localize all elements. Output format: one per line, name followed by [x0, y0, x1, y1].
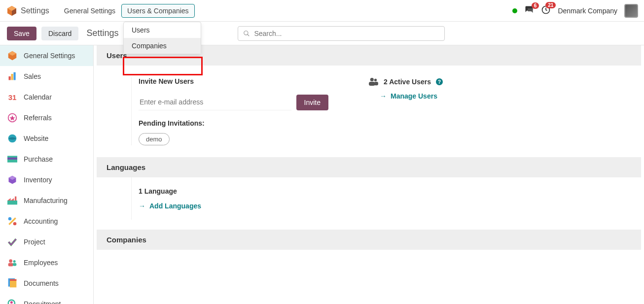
- search-icon: [243, 30, 250, 37]
- svg-rect-18: [7, 201, 17, 204]
- dropdown-item-users[interactable]: Users: [124, 22, 201, 38]
- sidebar-item-manufacturing[interactable]: Manufacturing: [0, 190, 93, 211]
- sidebar-item-documents[interactable]: Documents: [0, 273, 93, 294]
- active-users-count: 2 Active Users: [384, 78, 431, 86]
- sidebar-item-accounting[interactable]: Accounting: [0, 211, 93, 232]
- add-languages-label: Add Languages: [149, 202, 201, 210]
- svg-rect-37: [369, 82, 375, 86]
- status-dot-icon[interactable]: [512, 8, 517, 13]
- discard-button[interactable]: Discard: [41, 27, 78, 40]
- invite-users-title: Invite New Users: [139, 77, 328, 85]
- app-logo-icon[interactable]: [6, 5, 18, 17]
- arrow-right-icon: →: [139, 202, 145, 210]
- svg-point-25: [9, 259, 12, 263]
- sidebar-item-project[interactable]: Project: [0, 232, 93, 252]
- manage-users-link[interactable]: → Manage Users: [380, 92, 565, 100]
- card-icon: [7, 154, 18, 165]
- section-header-companies: Companies: [97, 230, 641, 250]
- box-icon: [7, 174, 18, 185]
- sidebar-item-website[interactable]: Website: [0, 128, 93, 149]
- bar-chart-icon: [7, 71, 18, 82]
- svg-point-33: [10, 301, 13, 304]
- search-input[interactable]: [254, 30, 439, 37]
- sidebar-item-label: Referrals: [24, 114, 52, 122]
- pending-invitation-chip[interactable]: demo: [139, 133, 170, 145]
- gear-hex-icon: [7, 50, 18, 61]
- invite-button[interactable]: Invite: [296, 95, 328, 110]
- svg-rect-9: [11, 74, 13, 80]
- svg-point-23: [8, 217, 12, 221]
- sidebar-item-label: Accounting: [24, 217, 58, 225]
- sidebar-item-label: Recruitment: [24, 300, 61, 304]
- people-icon: [7, 257, 18, 268]
- svg-marker-20: [11, 198, 14, 201]
- pending-invitations-title: Pending Invitations:: [139, 119, 328, 127]
- svg-marker-19: [7, 198, 11, 201]
- chat-icon[interactable]: 6: [524, 5, 534, 16]
- sidebar-item-label: General Settings: [24, 52, 75, 60]
- sidebar-item-recruitment[interactable]: Recruitment: [0, 294, 93, 304]
- sidebar-item-label: Manufacturing: [24, 197, 68, 204]
- svg-rect-27: [8, 263, 13, 267]
- invite-email-input[interactable]: [139, 94, 291, 110]
- svg-rect-10: [14, 72, 16, 80]
- sidebar-item-inventory[interactable]: Inventory: [0, 169, 93, 190]
- magnify-person-icon: [7, 299, 18, 304]
- svg-rect-28: [13, 263, 17, 266]
- menu-users-companies[interactable]: Users & Companies: [121, 4, 195, 18]
- globe-icon: [7, 133, 18, 144]
- sidebar-item-label: Project: [24, 238, 45, 246]
- activity-badge: 21: [545, 2, 556, 8]
- star-circle-icon: [7, 112, 18, 123]
- save-button[interactable]: Save: [7, 27, 36, 40]
- svg-point-35: [370, 78, 374, 81]
- activity-icon[interactable]: 21: [541, 5, 551, 16]
- menu-general-settings[interactable]: General Settings: [58, 4, 121, 18]
- sidebar-item-label: Documents: [24, 279, 59, 287]
- document-icon: [7, 278, 18, 289]
- page-title: Settings: [86, 28, 118, 38]
- svg-rect-31: [10, 279, 16, 281]
- sidebar-item-calendar[interactable]: 31 Calendar: [0, 87, 93, 107]
- sidebar-item-label: Sales: [24, 72, 41, 80]
- language-count: 1 Language: [139, 187, 607, 195]
- svg-rect-21: [15, 197, 16, 201]
- sidebar-item-label: Purchase: [24, 155, 53, 163]
- company-selector[interactable]: Denmark Company: [558, 7, 617, 15]
- svg-point-26: [13, 260, 16, 263]
- svg-point-24: [13, 222, 17, 226]
- svg-rect-8: [9, 76, 11, 80]
- arrow-right-icon: →: [380, 92, 387, 100]
- sidebar-item-employees[interactable]: Employees: [0, 252, 93, 273]
- sidebar-item-label: Website: [24, 135, 48, 142]
- sidebar[interactable]: General Settings Sales 31 Calendar Refer…: [0, 45, 94, 304]
- dropdown-item-companies[interactable]: Companies: [124, 38, 201, 54]
- sidebar-item-general-settings[interactable]: General Settings: [0, 45, 93, 66]
- svg-point-4: [244, 31, 248, 34]
- svg-point-36: [374, 79, 377, 81]
- sidebar-item-referrals[interactable]: Referrals: [0, 107, 93, 128]
- check-icon: [7, 236, 18, 247]
- sidebar-item-purchase[interactable]: Purchase: [0, 149, 93, 169]
- search-field[interactable]: [238, 26, 445, 41]
- sidebar-item-label: Inventory: [24, 176, 52, 184]
- factory-icon: [7, 195, 18, 206]
- svg-rect-15: [7, 158, 17, 160]
- sidebar-item-sales[interactable]: Sales: [0, 66, 93, 87]
- svg-marker-12: [9, 115, 15, 121]
- sidebar-item-label: Calendar: [24, 93, 52, 101]
- users-companies-dropdown: Users Companies: [123, 22, 201, 54]
- section-header-languages: Languages: [97, 157, 641, 177]
- help-icon[interactable]: ?: [436, 78, 443, 85]
- content-area[interactable]: Users Invite New Users Invite Pending In…: [94, 45, 644, 304]
- manage-users-label: Manage Users: [391, 92, 437, 100]
- percent-icon: [7, 216, 18, 227]
- add-languages-link[interactable]: → Add Languages: [139, 202, 607, 210]
- users-group-icon: [368, 77, 379, 86]
- chat-badge: 6: [532, 2, 539, 9]
- app-title: Settings: [21, 6, 49, 15]
- calendar-icon: 31: [7, 92, 18, 102]
- svg-line-5: [248, 34, 250, 36]
- sidebar-item-label: Employees: [24, 259, 58, 267]
- user-avatar[interactable]: [624, 4, 638, 18]
